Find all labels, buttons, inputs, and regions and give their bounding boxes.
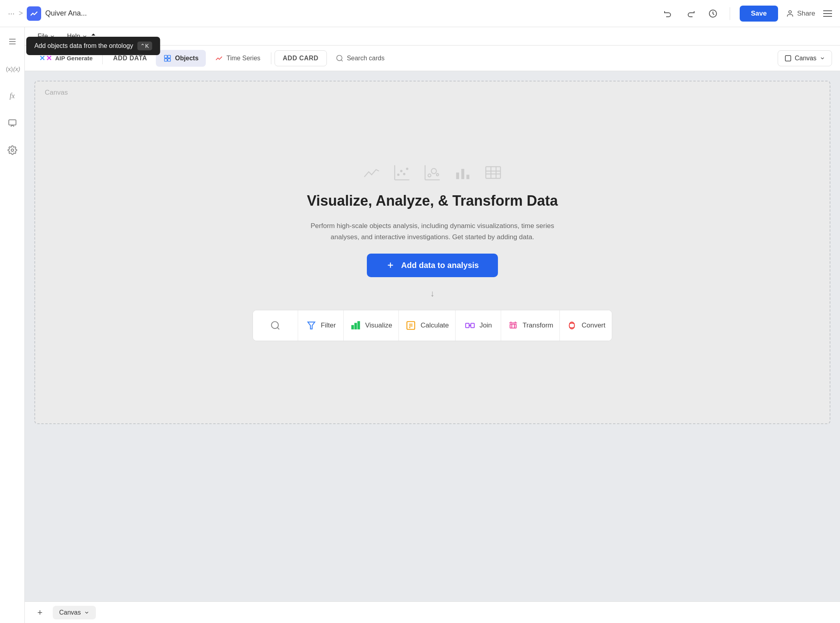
calculate-card-icon (405, 320, 416, 331)
svg-point-18 (400, 171, 402, 172)
svg-point-24 (431, 169, 436, 174)
canvas-tab-button[interactable]: Canvas (53, 606, 96, 619)
aip-icon: ✕ ✕ (39, 54, 52, 63)
bottom-bar: + Canvas (25, 601, 840, 623)
share-button[interactable]: Share (786, 10, 815, 18)
help-menu-button[interactable]: Help (62, 30, 92, 42)
tab-objects[interactable]: Objects (156, 50, 206, 67)
svg-point-36 (271, 321, 278, 328)
sidebar-item-variable[interactable]: (x) (x) (4, 61, 20, 77)
convert-card-label: Convert (581, 321, 605, 329)
sidebar-item-menu[interactable] (4, 34, 20, 50)
tab-aip-generate[interactable]: ✕ ✕ AIP Generate (33, 50, 99, 67)
join-card-icon (464, 320, 476, 331)
history-button[interactable] (706, 6, 720, 21)
svg-rect-40 (355, 323, 356, 329)
toolbar-divider-1 (102, 52, 103, 64)
svg-point-12 (336, 55, 342, 60)
action-card-calculate[interactable]: Calculate (399, 310, 456, 341)
canvas-wrapper: Canvas (25, 71, 840, 601)
canvas-tab-label: Canvas (59, 609, 81, 616)
hamburger-menu[interactable] (823, 10, 832, 17)
transform-card-icon (508, 320, 519, 331)
share-label: Share (797, 10, 815, 18)
action-card-filter[interactable]: Filter (298, 310, 343, 341)
sidebar-item-settings[interactable] (4, 142, 20, 158)
toolbar-divider-2 (271, 52, 271, 64)
canvas-area-label: Canvas (45, 89, 68, 97)
canvas-selector-button[interactable]: Canvas (778, 50, 832, 66)
action-card-convert[interactable]: Convert (560, 310, 612, 341)
tab-aip-label: AIP Generate (55, 55, 93, 62)
app-logo (27, 6, 41, 21)
svg-line-37 (277, 327, 279, 329)
svg-rect-26 (456, 173, 459, 179)
action-card-transform[interactable]: Transform (501, 310, 560, 341)
top-bar-actions: Save Share (661, 6, 832, 22)
svg-marker-38 (308, 322, 315, 329)
tab-add-data-label: ADD DATA (113, 55, 147, 62)
file-bar: File Help (25, 27, 840, 46)
add-canvas-button[interactable]: + (33, 605, 47, 620)
svg-rect-14 (785, 56, 791, 61)
svg-rect-27 (461, 169, 464, 179)
svg-line-13 (341, 60, 343, 61)
join-card-label: Join (480, 321, 492, 329)
visualize-card-icon (350, 320, 361, 331)
bubble-chart-icon (424, 164, 441, 181)
search-cards-button[interactable]: Search cards (328, 50, 392, 66)
search-card-icon (270, 320, 281, 331)
canvas-selector-label: Canvas (795, 55, 816, 62)
save-button[interactable]: Save (740, 6, 778, 22)
svg-point-23 (428, 174, 431, 177)
svg-point-7 (11, 149, 14, 151)
content-area: File Help ✕ ✕ AIP Generate ADD DATA (25, 27, 840, 623)
chart-icons-row (363, 164, 502, 181)
svg-rect-48 (510, 324, 516, 328)
svg-rect-10 (165, 58, 167, 61)
svg-rect-11 (168, 58, 171, 61)
action-card-visualize[interactable]: Visualize (344, 310, 399, 341)
svg-point-25 (436, 174, 439, 176)
add-card-button[interactable]: ADD CARD (275, 50, 327, 66)
breadcrumb-title: Quiver Ana... (45, 9, 87, 18)
center-content: Visualize, Analyze, & Transform Data Per… (253, 164, 612, 341)
main-title: Visualize, Analyze, & Transform Data (307, 192, 558, 209)
time-series-icon (215, 54, 223, 63)
sidebar: (x) (x) fx (0, 27, 25, 623)
bar-chart-icon (454, 164, 472, 181)
toolbar: ✕ ✕ AIP Generate ADD DATA (25, 46, 840, 71)
breadcrumb-separator: > (19, 9, 23, 18)
add-data-btn-label: Add data to analysis (401, 261, 479, 270)
tab-time-series[interactable]: Time Series (207, 50, 268, 67)
convert-card-icon (566, 320, 577, 331)
add-data-to-analysis-button[interactable]: Add data to analysis (367, 254, 498, 277)
main-desc: Perform high-scale objects analysis, inc… (297, 220, 568, 242)
canvas-tab-dropdown-icon (84, 610, 90, 615)
svg-point-19 (404, 173, 405, 175)
line-chart-icon (363, 164, 380, 181)
redo-button[interactable] (683, 6, 698, 21)
tab-add-data[interactable]: ADD DATA (106, 51, 154, 66)
dots-icon[interactable]: ··· (8, 9, 15, 18)
sidebar-item-presentation[interactable] (4, 115, 20, 131)
plus-icon (386, 261, 395, 270)
table-icon (484, 164, 502, 181)
svg-rect-8 (165, 55, 167, 58)
undo-button[interactable] (661, 6, 675, 21)
sidebar-item-formula[interactable]: fx (4, 88, 20, 104)
filter-card-label: Filter (321, 321, 336, 329)
tab-time-series-label: Time Series (227, 55, 261, 62)
action-cards-row: Filter Visualize (253, 310, 612, 341)
down-arrow-icon: ↓ (430, 288, 435, 299)
svg-rect-47 (471, 323, 474, 327)
action-card-search[interactable] (253, 310, 298, 341)
action-card-join[interactable]: Join (456, 310, 501, 341)
svg-point-20 (406, 168, 408, 170)
top-bar-left: ··· > Quiver Ana... (8, 6, 87, 21)
file-menu-button[interactable]: File (33, 30, 60, 42)
search-cards-label: Search cards (347, 55, 384, 62)
objects-icon (163, 54, 172, 63)
svg-rect-28 (466, 175, 469, 179)
svg-text:(x): (x) (6, 65, 13, 72)
